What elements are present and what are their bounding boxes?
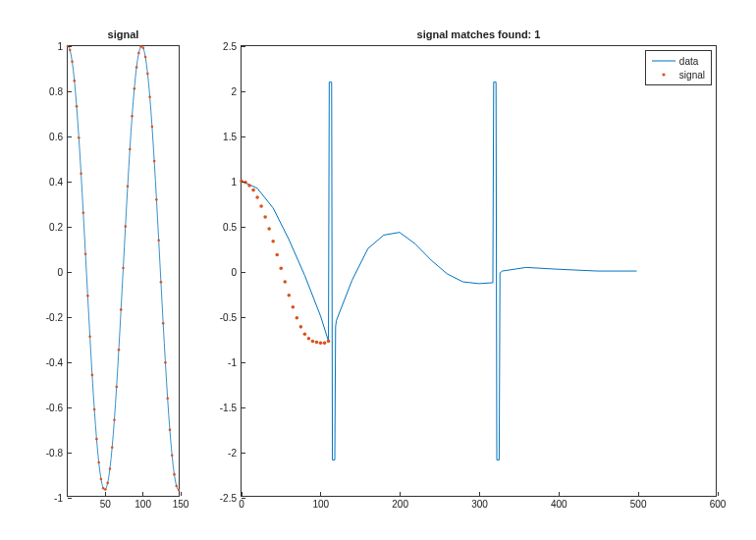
svg-point-68 <box>307 337 311 341</box>
svg-point-65 <box>296 316 299 320</box>
ytick-label: -0.5 <box>220 312 237 323</box>
svg-point-16 <box>102 487 105 490</box>
svg-point-57 <box>263 215 267 219</box>
svg-point-48 <box>173 473 176 476</box>
svg-point-22 <box>115 386 118 389</box>
xtick-label: 500 <box>630 499 647 510</box>
ytick-label: -0.2 <box>46 312 63 323</box>
ytick-label: 0.2 <box>49 222 63 233</box>
svg-point-32 <box>137 52 140 55</box>
svg-point-9 <box>86 295 89 297</box>
svg-point-67 <box>303 332 307 336</box>
svg-point-59 <box>271 240 275 243</box>
svg-point-62 <box>283 280 287 284</box>
svg-point-20 <box>111 447 114 450</box>
ytick-label: -2.5 <box>220 493 237 504</box>
svg-point-26 <box>124 225 127 228</box>
svg-point-69 <box>311 340 315 344</box>
ytick-label: 0.6 <box>49 132 63 142</box>
xtick-label: 200 <box>392 499 408 510</box>
ytick-label: 0.4 <box>49 177 63 188</box>
svg-point-12 <box>93 408 96 411</box>
svg-point-5 <box>78 136 81 139</box>
xtick-label: 300 <box>471 499 488 510</box>
svg-point-47 <box>171 455 174 458</box>
svg-point-33 <box>139 45 142 48</box>
xtick-label: 600 <box>710 499 727 510</box>
svg-point-13 <box>95 438 98 441</box>
line-swatch-icon <box>652 56 675 66</box>
xtick-label: 50 <box>100 499 111 510</box>
ytick-label: 0.8 <box>49 86 63 97</box>
svg-point-35 <box>144 56 147 59</box>
svg-point-27 <box>127 186 130 189</box>
ytick-label: 2 <box>231 86 237 97</box>
svg-point-39 <box>153 160 156 163</box>
ytick-label: -0.8 <box>46 448 63 459</box>
svg-point-54 <box>251 189 255 192</box>
ytick-label: 1.5 <box>223 132 237 142</box>
xtick-label: 0 <box>239 499 244 510</box>
svg-point-45 <box>166 398 169 401</box>
ytick-label: -1.5 <box>220 403 237 413</box>
svg-point-36 <box>146 73 149 76</box>
svg-point-2 <box>71 61 74 64</box>
svg-point-64 <box>292 305 296 309</box>
svg-point-21 <box>113 418 116 421</box>
axes-title: signal matches found: 1 <box>242 28 716 40</box>
svg-point-44 <box>164 361 167 364</box>
svg-point-38 <box>151 126 154 129</box>
xtick-label: 400 <box>551 499 567 510</box>
svg-point-14 <box>97 461 100 464</box>
plot-svg <box>68 46 179 490</box>
ytick-label: -0.6 <box>46 403 63 413</box>
svg-point-34 <box>142 47 145 50</box>
svg-point-29 <box>131 115 134 118</box>
plot-svg <box>242 46 716 496</box>
svg-point-60 <box>275 253 279 257</box>
svg-point-73 <box>327 340 331 344</box>
svg-point-18 <box>106 482 109 485</box>
svg-point-72 <box>323 342 327 346</box>
svg-point-8 <box>84 253 87 256</box>
marker-swatch-icon <box>652 70 675 80</box>
ytick-label: 1 <box>57 41 63 52</box>
ytick-label: -1 <box>228 357 237 368</box>
svg-point-49 <box>175 485 178 488</box>
svg-point-30 <box>134 87 136 90</box>
legend-label: data <box>679 56 698 67</box>
ytick-label: 0 <box>231 267 237 278</box>
svg-point-58 <box>267 227 271 231</box>
axes-matches: signal matches found: 1 data signal -2.5… <box>241 45 717 497</box>
svg-point-10 <box>88 336 91 339</box>
ytick-label: 0.5 <box>223 222 237 233</box>
axes-title: signal <box>68 28 179 40</box>
svg-point-46 <box>169 428 172 431</box>
svg-point-3 <box>74 80 77 82</box>
svg-point-40 <box>155 198 158 201</box>
svg-point-53 <box>247 184 251 188</box>
ytick-label: 2.5 <box>223 41 237 52</box>
svg-point-31 <box>135 66 138 69</box>
svg-point-75 <box>662 73 665 76</box>
svg-point-61 <box>279 267 283 271</box>
axes-signal: signal -1-0.8-0.6-0.4-0.200.20.40.60.815… <box>67 45 180 497</box>
ytick-label: -1 <box>54 493 63 504</box>
xtick-label: 150 <box>173 499 189 510</box>
svg-point-7 <box>82 212 85 215</box>
svg-point-1 <box>69 49 72 52</box>
legend-entry-signal: signal <box>652 68 705 81</box>
svg-point-24 <box>120 308 123 311</box>
figure: signal -1-0.8-0.6-0.4-0.200.20.40.60.815… <box>0 0 756 540</box>
svg-point-55 <box>255 195 259 199</box>
svg-point-17 <box>104 488 107 491</box>
svg-point-4 <box>76 105 79 108</box>
svg-point-50 <box>178 489 181 492</box>
svg-point-41 <box>157 239 160 242</box>
svg-point-19 <box>109 467 112 470</box>
svg-point-6 <box>80 172 82 175</box>
ytick-label: -2 <box>228 448 237 459</box>
xtick-label: 100 <box>135 499 151 510</box>
svg-point-15 <box>100 478 103 481</box>
svg-point-56 <box>259 204 263 208</box>
